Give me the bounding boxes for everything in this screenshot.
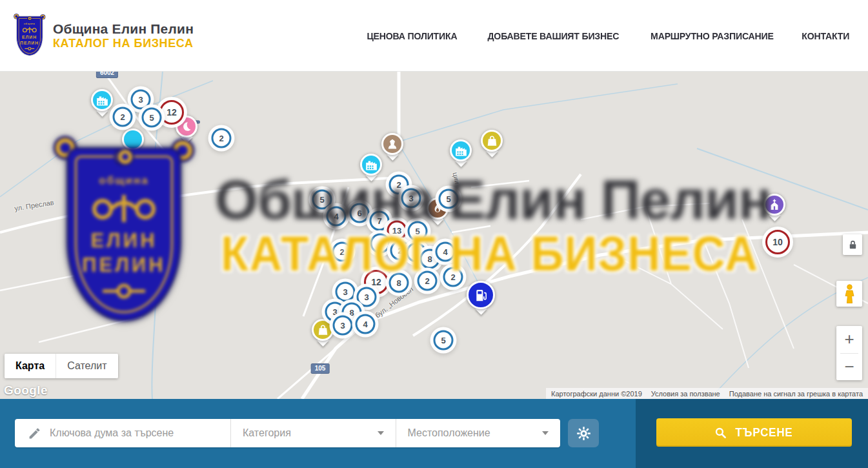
attribution-data: Картографски данни ©2019 xyxy=(551,390,642,398)
cluster-marker[interactable]: 5 xyxy=(439,189,459,209)
cluster-marker[interactable]: 3 xyxy=(357,287,377,307)
page: община ЕЛИН ПЕЛИН xyxy=(0,0,868,468)
pin-church[interactable] xyxy=(760,194,789,219)
cluster-marker[interactable]: 5 xyxy=(434,331,454,351)
map-type-satellite-button[interactable]: Сателит xyxy=(56,354,117,378)
map-type-map-button[interactable]: Карта xyxy=(5,354,56,378)
zoom-out-button[interactable]: − xyxy=(836,354,862,381)
nav-item-2[interactable]: МАРШРУТНО РАЗПИСАНИЕ xyxy=(651,30,774,41)
keyword-search-input[interactable] xyxy=(50,427,230,439)
chevron-down-icon xyxy=(542,431,549,435)
location-select[interactable]: Местоположение xyxy=(396,419,561,447)
cluster-marker[interactable]: 12 xyxy=(159,100,184,125)
pin-bag[interactable] xyxy=(478,130,506,156)
pegman-icon xyxy=(844,284,855,303)
lock-icon xyxy=(848,239,858,250)
cluster-marker[interactable]: 3 xyxy=(333,316,353,336)
site-logo[interactable]: община ЕЛИН ПЕЛИН xyxy=(14,14,194,57)
advanced-settings-button[interactable] xyxy=(568,419,599,447)
header: община ЕЛИН ПЕЛИН xyxy=(0,0,868,71)
zoom-in-button[interactable]: + xyxy=(836,326,862,353)
keyword-field-wrap xyxy=(15,419,230,447)
cluster-marker[interactable]: 2 xyxy=(332,242,352,262)
nav-item-3[interactable]: КОНТАКТИ xyxy=(802,30,850,41)
cluster-marker[interactable]: 4 xyxy=(436,242,456,262)
pin-marker[interactable] xyxy=(119,128,147,154)
location-select-value: Местоположение xyxy=(408,427,490,439)
zoom-control: + − xyxy=(836,326,862,380)
lock-button[interactable] xyxy=(843,234,862,255)
gear-icon xyxy=(576,426,591,441)
cluster-marker[interactable]: 4 xyxy=(370,234,390,254)
cluster-marker[interactable]: 3 xyxy=(131,90,151,110)
cluster-marker[interactable]: 13 xyxy=(387,221,407,241)
cluster-marker[interactable]: 6 xyxy=(350,203,370,223)
cluster-marker[interactable]: 4 xyxy=(356,314,376,334)
cluster-marker[interactable]: 8 xyxy=(389,273,409,293)
attribution-terms-link[interactable]: Условия за ползване xyxy=(651,390,720,398)
map-type-control: Карта Сателит xyxy=(5,354,118,378)
marker-layer: 123252235564713542278422128333834510 xyxy=(0,71,868,399)
cluster-marker[interactable]: 3 xyxy=(401,188,421,209)
pin-fuel[interactable] xyxy=(467,281,495,313)
search-icon xyxy=(714,427,727,439)
attribution-report-link[interactable]: Подаване на сигнал за грешка в картата xyxy=(729,390,863,398)
search-button[interactable]: ТЪРСЕНЕ xyxy=(656,418,852,447)
search-field-group: Категория Местоположение xyxy=(15,419,560,447)
cluster-marker[interactable]: 2 xyxy=(443,267,463,287)
pin-factory[interactable] xyxy=(88,89,116,115)
cluster-marker[interactable]: 5 xyxy=(408,221,428,241)
cluster-marker[interactable]: 5 xyxy=(312,190,332,210)
cluster-marker[interactable]: 2 xyxy=(418,271,438,291)
map-canvas[interactable]: ул. Преславциибул. „Новосел6002105123252… xyxy=(0,71,868,399)
main-nav: ЦЕНОВА ПОЛИТИКАДОБАВЕТЕ ВАШИЯТ БИЗНЕСМАР… xyxy=(364,30,851,41)
chevron-down-icon xyxy=(378,431,384,435)
category-select-value: Категория xyxy=(243,427,291,439)
pegman-control[interactable] xyxy=(836,281,862,307)
site-subtitle: КАТАЛОГ НА БИЗНЕСА xyxy=(53,37,194,50)
pin-factory[interactable] xyxy=(447,139,475,165)
nav-item-1[interactable]: ДОБАВЕТЕ ВАШИЯТ БИЗНЕС xyxy=(487,30,619,41)
nav-item-0[interactable]: ЦЕНОВА ПОЛИТИКА xyxy=(367,30,458,41)
search-button-label: ТЪРСЕНЕ xyxy=(735,426,792,440)
pin-worker[interactable] xyxy=(378,133,407,159)
map-attribution: Картографски данни ©2019 Условия за полз… xyxy=(546,388,868,399)
cluster-marker[interactable]: 10 xyxy=(765,230,790,254)
crest-ornament xyxy=(28,17,32,20)
municipality-crest-logo: община ЕЛИН ПЕЛИН xyxy=(14,14,46,57)
site-title: Община Елин Пелин xyxy=(53,21,194,37)
cluster-marker[interactable]: 5 xyxy=(142,108,162,128)
category-select[interactable]: Категория xyxy=(230,419,396,447)
pencil-icon xyxy=(28,427,41,440)
cluster-marker[interactable]: 3 xyxy=(336,282,356,302)
cluster-marker[interactable]: 4 xyxy=(327,207,347,227)
google-logo[interactable]: Google xyxy=(4,383,48,398)
cluster-marker[interactable]: 2 xyxy=(212,128,232,148)
search-bar: Категория Местоположение xyxy=(0,399,868,468)
cluster-marker[interactable]: 2 xyxy=(113,107,133,127)
